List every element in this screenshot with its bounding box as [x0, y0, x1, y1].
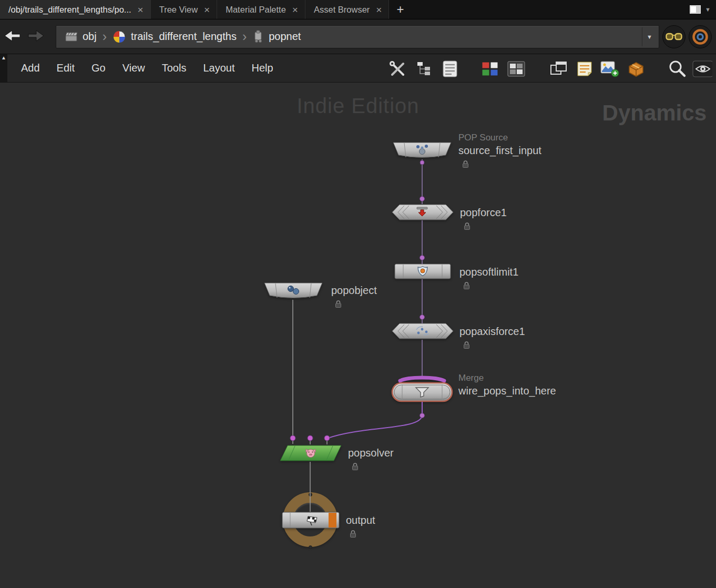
- list-icon[interactable]: [440, 59, 460, 79]
- menu-go[interactable]: Go: [83, 62, 114, 74]
- output-shape: [282, 512, 340, 529]
- menu-view[interactable]: View: [114, 62, 154, 74]
- input-dot[interactable]: [290, 435, 295, 441]
- chevron-down-icon[interactable]: ▼: [705, 6, 711, 13]
- node-name-label: popforce1: [460, 206, 507, 219]
- tab-label: Material Palette: [226, 5, 286, 15]
- connection-dot[interactable]: [420, 256, 425, 260]
- tab-label: /obj/trails_different_lengths/po...: [8, 5, 131, 15]
- menu-layout[interactable]: Layout: [195, 62, 243, 74]
- node-name-label: source_first_input: [458, 144, 541, 157]
- lock-icon[interactable]: [464, 222, 470, 230]
- pane-layout-icon[interactable]: [690, 5, 701, 14]
- tools-icon[interactable]: [387, 59, 407, 79]
- back-button[interactable]: [3, 28, 22, 45]
- clapperboard-icon: [64, 31, 78, 43]
- lock-icon[interactable]: [352, 462, 359, 471]
- node-popobject[interactable]: popobject: [263, 282, 324, 300]
- connection-dot[interactable]: [420, 160, 424, 165]
- node-popsolver[interactable]: popsolver: [280, 445, 342, 461]
- wire[interactable]: [328, 402, 422, 438]
- floating-panes-icon[interactable]: [549, 59, 569, 79]
- target-button[interactable]: [689, 25, 712, 48]
- wire[interactable]: [310, 441, 327, 444]
- node-source-first-input[interactable]: POP Source source_first_input: [392, 142, 453, 159]
- visibility-eye-icon[interactable]: [692, 59, 712, 79]
- node-wire-pops-into-here[interactable]: Merge wire_pops_into_here: [391, 374, 453, 403]
- node-type-label: Merge: [458, 372, 556, 384]
- pop-object-shape: [263, 282, 324, 300]
- lock-icon[interactable]: [350, 530, 356, 538]
- close-icon[interactable]: ×: [292, 5, 298, 15]
- close-icon[interactable]: ×: [204, 5, 210, 15]
- background-image-icon[interactable]: [600, 59, 620, 79]
- connection-dot[interactable]: [420, 413, 425, 418]
- node-name-label: popsoftlimit1: [459, 265, 518, 279]
- chevron-up-icon: ▲: [1, 55, 6, 60]
- breadcrumb-item-trails[interactable]: trails_different_lengths: [109, 30, 240, 44]
- node-type-label: POP Source: [458, 132, 541, 144]
- forward-button[interactable]: [26, 28, 45, 45]
- node-name-label: popaxisforce1: [459, 325, 525, 338]
- goggles-icon: [666, 32, 682, 42]
- search-icon[interactable]: [667, 59, 687, 79]
- asset-box-icon[interactable]: [626, 59, 646, 79]
- node-name-label: output: [346, 513, 375, 527]
- rect-shape: [394, 263, 451, 279]
- goggles-button[interactable]: [662, 25, 686, 48]
- lock-icon[interactable]: [335, 300, 342, 308]
- context-label: Dynamics: [602, 100, 707, 126]
- tab-tree-view[interactable]: Tree View ×: [151, 0, 217, 19]
- network-canvas[interactable]: Indie Edition Dynamics: [0, 83, 716, 587]
- connection-dot[interactable]: [420, 315, 425, 320]
- palette-icon[interactable]: [480, 59, 500, 79]
- node-popforce1[interactable]: popforce1: [391, 204, 454, 220]
- lock-icon[interactable]: [463, 281, 470, 290]
- menu-help[interactable]: Help: [243, 62, 282, 74]
- node-output[interactable]: output: [282, 512, 340, 529]
- ring-notch: [309, 493, 312, 496]
- grid-view-icon[interactable]: [506, 59, 526, 79]
- connection-dot[interactable]: [420, 197, 425, 201]
- breadcrumb-dropdown[interactable]: ▼: [642, 27, 657, 46]
- close-icon[interactable]: ×: [376, 5, 382, 15]
- houdini-window: /obj/trails_different_lengths/po... × Tr…: [0, 0, 716, 588]
- crumb-separator: ›: [240, 30, 249, 43]
- breadcrumb-item-obj[interactable]: obj: [60, 31, 100, 43]
- node-name-label: popobject: [331, 283, 377, 297]
- lock-icon[interactable]: [462, 160, 469, 168]
- breadcrumb[interactable]: obj › trails_different_lengths ›: [56, 25, 659, 48]
- ring-notch: [309, 545, 312, 549]
- force-shape: [391, 323, 454, 339]
- crumb-separator: ›: [100, 30, 109, 43]
- wires-layer: [0, 83, 716, 587]
- input-dot[interactable]: [324, 435, 330, 441]
- path-bar: obj › trails_different_lengths ›: [0, 19, 716, 54]
- tab-material-palette[interactable]: Material Palette ×: [217, 0, 305, 19]
- target-icon: [691, 28, 709, 46]
- breadcrumb-item-popnet[interactable]: popnet: [249, 30, 304, 44]
- forward-arrow-icon: [26, 28, 45, 43]
- new-tab-button[interactable]: +: [389, 0, 411, 19]
- back-arrow-icon: [3, 28, 22, 43]
- node-popsoftlimit1[interactable]: popsoftlimit1: [394, 263, 451, 279]
- menu-tools[interactable]: Tools: [154, 62, 195, 74]
- menu-bar: ▲ Add Edit Go View Tools Layout Help: [0, 54, 716, 83]
- sticky-note-icon[interactable]: [575, 59, 595, 79]
- input-dot[interactable]: [308, 435, 313, 441]
- collapse-pane-button[interactable]: ▲: [0, 54, 7, 82]
- force-shape: [391, 204, 454, 220]
- close-icon[interactable]: ×: [138, 5, 144, 15]
- tab-asset-browser[interactable]: Asset Browser ×: [305, 0, 389, 19]
- pop-source-shape: [392, 142, 453, 159]
- node-popaxisforce1[interactable]: popaxisforce1: [391, 323, 454, 339]
- lock-icon[interactable]: [463, 341, 470, 349]
- node-name-label: popsolver: [348, 446, 394, 460]
- tab-network-editor[interactable]: /obj/trails_different_lengths/po... ×: [0, 0, 151, 19]
- tab-label: Tree View: [159, 5, 198, 15]
- menu-add[interactable]: Add: [13, 62, 48, 74]
- hierarchy-icon[interactable]: [414, 59, 434, 79]
- solver-shape: [280, 445, 342, 461]
- menu-edit[interactable]: Edit: [48, 62, 83, 74]
- indie-watermark: Indie Edition: [296, 94, 419, 118]
